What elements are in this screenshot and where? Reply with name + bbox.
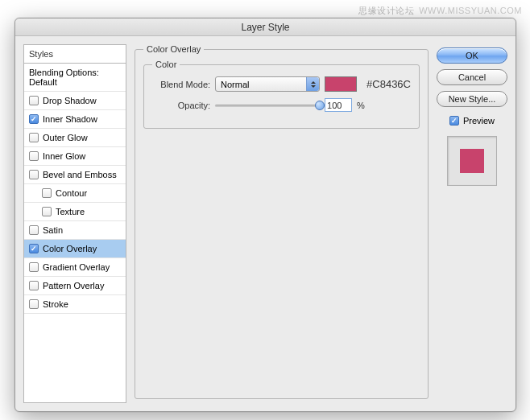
style-row-bevel-and-emboss[interactable]: Bevel and Emboss (24, 166, 126, 184)
style-row-satin[interactable]: Satin (24, 221, 126, 240)
blending-options-row[interactable]: Blending Options: Default (24, 64, 126, 92)
opacity-slider[interactable] (215, 100, 320, 111)
color-group-title: Color (152, 60, 180, 69)
style-checkbox[interactable] (29, 244, 39, 253)
opacity-label: Opacity: (152, 101, 210, 110)
style-checkbox[interactable] (29, 114, 39, 124)
opacity-input[interactable] (325, 98, 352, 112)
style-label: Inner Glow (43, 151, 85, 161)
style-row-pattern-overlay[interactable]: Pattern Overlay (24, 277, 126, 295)
preview-color (460, 149, 484, 173)
style-checkbox[interactable] (29, 262, 39, 272)
style-checkbox[interactable] (29, 281, 39, 290)
watermark: 思缘设计论坛WWW.MISSYUAN.COM (358, 5, 522, 17)
style-label: Inner Shadow (43, 114, 97, 124)
color-overlay-group: Color Overlay Color Blend Mode: Normal #… (135, 49, 429, 399)
preview-label: Preview (463, 116, 495, 126)
blend-mode-select[interactable]: Normal (215, 76, 320, 92)
layer-style-dialog: Layer Style Styles Blending Options: Def… (14, 18, 516, 412)
style-checkbox[interactable] (29, 225, 39, 235)
style-row-contour[interactable]: Contour (24, 184, 126, 203)
style-row-color-overlay[interactable]: Color Overlay (24, 240, 126, 258)
styles-list: Styles Blending Options: Default Drop Sh… (23, 44, 126, 403)
styles-header[interactable]: Styles (24, 45, 126, 64)
style-row-gradient-overlay[interactable]: Gradient Overlay (24, 258, 126, 277)
blend-mode-label: Blend Mode: (152, 80, 210, 89)
style-label: Pattern Overlay (43, 281, 104, 290)
style-row-drop-shadow[interactable]: Drop Shadow (24, 92, 126, 110)
style-row-inner-glow[interactable]: Inner Glow (24, 147, 126, 166)
effect-settings-panel: Color Overlay Color Blend Mode: Normal #… (135, 44, 429, 403)
slider-thumb[interactable] (315, 101, 325, 110)
style-label: Outer Glow (43, 133, 88, 142)
dialog-buttons: OK Cancel New Style... Preview (437, 44, 507, 403)
color-swatch[interactable] (325, 76, 357, 92)
cancel-button[interactable]: Cancel (437, 69, 507, 85)
new-style-button[interactable]: New Style... (437, 91, 507, 107)
style-label: Gradient Overlay (43, 262, 110, 272)
ok-button[interactable]: OK (437, 47, 507, 64)
style-checkbox[interactable] (29, 96, 39, 105)
style-row-texture[interactable]: Texture (24, 203, 126, 221)
preview-checkbox[interactable] (449, 116, 459, 126)
style-checkbox[interactable] (29, 151, 39, 161)
color-group: Color Blend Mode: Normal #C8436C Opacity… (143, 64, 420, 129)
style-label: Bevel and Emboss (43, 170, 117, 179)
style-checkbox[interactable] (29, 133, 39, 142)
style-checkbox[interactable] (29, 299, 39, 309)
blend-mode-value: Normal (221, 80, 249, 89)
style-checkbox[interactable] (29, 170, 39, 179)
dialog-title: Layer Style (15, 19, 516, 36)
style-row-outer-glow[interactable]: Outer Glow (24, 129, 126, 147)
select-arrows-icon (306, 77, 319, 91)
style-row-stroke[interactable]: Stroke (24, 295, 126, 314)
style-label: Stroke (43, 299, 68, 309)
style-label: Drop Shadow (43, 96, 97, 105)
preview-swatch-box (447, 136, 497, 186)
group-title: Color Overlay (143, 44, 204, 54)
style-checkbox[interactable] (42, 188, 52, 198)
style-label: Satin (43, 225, 63, 235)
style-checkbox[interactable] (42, 207, 52, 216)
style-label: Contour (56, 188, 87, 198)
slider-track (215, 105, 320, 107)
hex-annotation: #C8436C (366, 78, 411, 90)
percent-label: % (357, 101, 365, 110)
style-label: Texture (56, 207, 85, 216)
style-label: Color Overlay (43, 244, 97, 253)
style-row-inner-shadow[interactable]: Inner Shadow (24, 110, 126, 129)
